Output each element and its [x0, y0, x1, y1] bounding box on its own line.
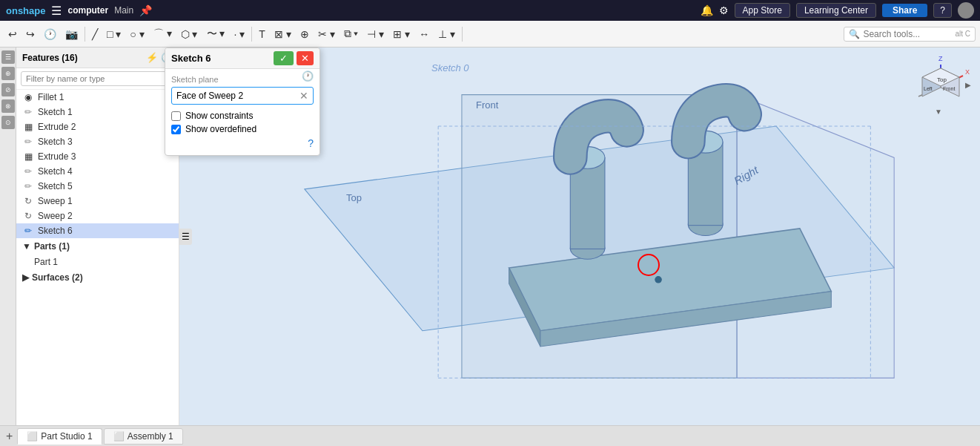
plane-value: Face of Sweep 2	[176, 91, 299, 101]
trim2-tool[interactable]: ✂ ▾	[314, 26, 339, 42]
constraint-tool[interactable]: ⊥ ▾	[434, 26, 459, 42]
part1-label: Part 1	[34, 257, 173, 267]
point-tool[interactable]: · ▾	[230, 26, 248, 42]
circle-tool[interactable]: ○ ▾	[126, 26, 148, 42]
left-sidebar: ☰ ⊕ ⊘ ⊗ ⊙	[0, 47, 16, 425]
polygon-tool[interactable]: ⬡ ▾	[177, 26, 202, 42]
share-button[interactable]: Share	[882, 4, 927, 17]
redo-button[interactable]: ↪	[22, 26, 39, 42]
search-input[interactable]	[863, 29, 952, 39]
feature-extrude2[interactable]: ▦ Extrude 2	[16, 119, 179, 134]
sweep2-icon: ↻	[22, 211, 34, 221]
arc-tool[interactable]: ⌒ ▾	[150, 25, 176, 43]
feature-sketch6-label: Sketch 6	[38, 226, 173, 236]
history-button[interactable]: 🕐	[40, 26, 60, 42]
parts-section[interactable]: ▼ Parts (1)	[16, 238, 179, 255]
left-icon-2[interactable]: ⊕	[1, 67, 15, 80]
svg-text:Left: Left	[924, 86, 933, 91]
dimension-tool[interactable]: ↔	[415, 26, 433, 42]
feature-fillet1[interactable]: ◉ Fillet 1	[16, 90, 179, 105]
surfaces-section[interactable]: ▶ Surfaces (2)	[16, 269, 179, 286]
orientation-cube[interactable]: X Z Top Front Left ▼ ▶	[907, 53, 974, 120]
menu-icon[interactable]: ☰	[51, 4, 62, 18]
tab-assembly-1[interactable]: ⬜ Assembly 1	[104, 428, 183, 445]
sketch-label: Sketch 0	[431, 62, 469, 73]
transform-tool[interactable]: ⊕	[297, 26, 313, 42]
left-icon-5[interactable]: ⊙	[1, 116, 15, 129]
undo-button[interactable]: ↩	[4, 26, 21, 42]
sketch-dialog-body: Sketch plane Face of Sweep 2 ✕ Show cons…	[165, 69, 320, 155]
sketch3-icon: ✏	[22, 137, 34, 147]
sketch-plane-label: Sketch plane	[171, 75, 314, 84]
notification-button[interactable]: 🔔	[701, 4, 713, 16]
sketch-icon: ✏	[22, 107, 34, 117]
line-tool[interactable]: ╱	[88, 26, 102, 42]
tab-part-studio-icon: ⬜	[27, 431, 38, 442]
divider-1	[85, 27, 85, 42]
main-area: ☰ ⊕ ⊘ ⊗ ⊙ Features (16) ⚡ 🕐 ◉ Fillet 1 ✏…	[0, 47, 980, 425]
left-icon-3[interactable]: ⊘	[1, 83, 15, 96]
bottom-tabs: + ⬜ Part Studio 1 ⬜ Assembly 1	[0, 425, 980, 446]
show-overdefined-checkbox[interactable]	[171, 125, 181, 134]
feature-sketch5[interactable]: ✏ Sketch 5	[16, 179, 179, 194]
feature-sweep1[interactable]: ↻ Sweep 1	[16, 194, 179, 209]
sketch5-icon: ✏	[22, 181, 34, 191]
extrude3-icon: ▦	[22, 151, 34, 162]
feature-extrude3[interactable]: ▦ Extrude 3	[16, 149, 179, 164]
feature-fillet1-label: Fillet 1	[38, 92, 173, 102]
top-label: Top	[346, 192, 362, 203]
camera-button[interactable]: 📷	[62, 26, 82, 42]
trim-tool[interactable]: ⊠ ▾	[271, 26, 295, 42]
sketch-dialog: Sketch 6 ✓ ✕ 🕐 Sketch plane Face of Swee…	[165, 47, 320, 156]
part1-item[interactable]: Part 1	[16, 255, 179, 269]
dialog-help-icon[interactable]: ?	[171, 137, 314, 149]
spline-tool[interactable]: 〜 ▾	[203, 25, 229, 43]
collapse-panel-button[interactable]: ☰	[179, 229, 192, 245]
settings-button[interactable]: ⚙	[719, 4, 729, 16]
tab-assembly-label: Assembly 1	[128, 431, 173, 442]
avatar[interactable]	[958, 2, 974, 19]
search-shortcut: alt C	[955, 30, 970, 38]
dialog-cancel-button[interactable]: ✕	[297, 51, 314, 65]
left-icon-1[interactable]: ☰	[1, 50, 15, 64]
show-overdefined-row: Show overdefined	[171, 124, 314, 134]
surfaces-chevron: ▶	[22, 272, 29, 283]
show-overdefined-label: Show overdefined	[185, 124, 256, 134]
feature-sketch1[interactable]: ✏ Sketch 1	[16, 105, 179, 119]
filter-input[interactable]	[21, 71, 174, 86]
dialog-history-button[interactable]: 🕐	[302, 70, 314, 82]
filter-box	[16, 68, 179, 90]
add-tab-button[interactable]: +	[3, 430, 16, 443]
copy-tool[interactable]: ⧉ ▾	[340, 25, 362, 42]
tab-assembly-icon: ⬜	[113, 431, 125, 442]
feature-extrude2-label: Extrude 2	[38, 122, 173, 132]
pin-icon[interactable]: 📌	[139, 4, 152, 16]
app-name: computer	[67, 5, 108, 16]
feature-sketch6[interactable]: ✏ Sketch 6	[16, 223, 179, 238]
help-button[interactable]: ?	[933, 3, 952, 18]
tab-part-studio-1[interactable]: ⬜ Part Studio 1	[17, 428, 102, 445]
feature-sweep1-label: Sweep 1	[38, 196, 173, 206]
show-constraints-checkbox[interactable]	[171, 111, 181, 121]
left-icon-4[interactable]: ⊗	[1, 99, 15, 113]
feature-sweep2[interactable]: ↻ Sweep 2	[16, 209, 179, 223]
feature-sketch4[interactable]: ✏ Sketch 4	[16, 164, 179, 179]
show-constraints-label: Show constraints	[185, 111, 253, 121]
sketch-plane-row[interactable]: Face of Sweep 2 ✕	[171, 87, 314, 105]
learning-center-button[interactable]: Learning Center	[796, 3, 876, 18]
dialog-confirm-button[interactable]: ✓	[274, 51, 294, 65]
pattern-tool[interactable]: ⊞ ▾	[389, 26, 414, 42]
surfaces-label: Surfaces (2)	[32, 272, 83, 283]
feature-extrude3-label: Extrude 3	[38, 151, 173, 162]
feature-sweep2-label: Sweep 2	[38, 211, 173, 221]
rectangle-tool[interactable]: □ ▾	[103, 26, 125, 42]
toolbar: ↩ ↪ 🕐 📷 ╱ □ ▾ ○ ▾ ⌒ ▾ ⬡ ▾ 〜 ▾ · ▾ T ⊠ ▾ …	[0, 21, 980, 47]
app-store-button[interactable]: App Store	[735, 3, 790, 18]
parts-chevron: ▼	[22, 241, 31, 252]
text-tool[interactable]: T	[255, 26, 269, 42]
plane-clear-button[interactable]: ✕	[299, 90, 308, 102]
filter-icon[interactable]: ⚡	[146, 52, 158, 63]
mirror-tool[interactable]: ⊣ ▾	[363, 26, 388, 42]
svg-point-13	[655, 277, 661, 283]
feature-sketch3[interactable]: ✏ Sketch 3	[16, 134, 179, 149]
